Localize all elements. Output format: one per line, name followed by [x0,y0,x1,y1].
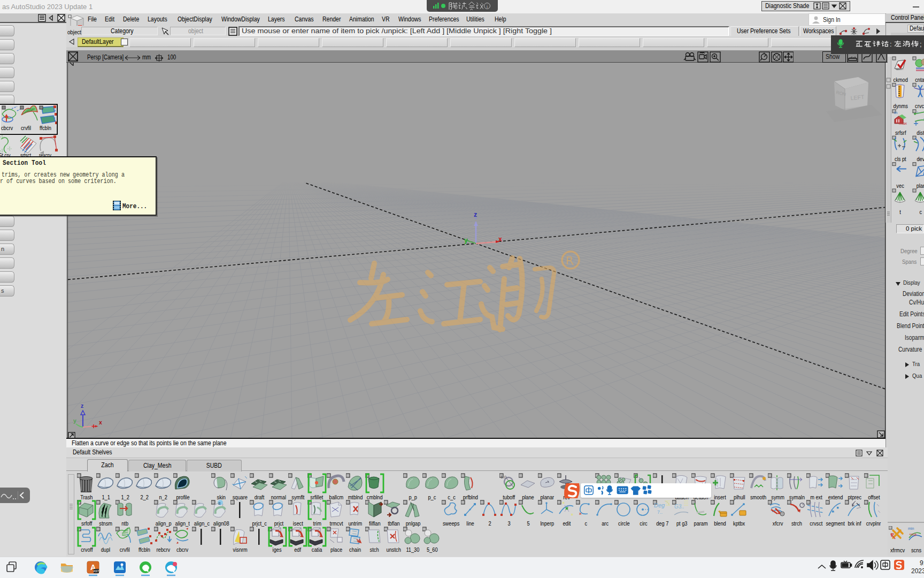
svg-text:in: in [894,110,897,115]
svg-text::: : [890,40,892,48]
svg-text:;: ; [920,40,922,48]
svg-text:+ma: +ma [909,533,917,536]
svg-text:x: x [498,235,502,243]
svg-text:max: max [899,121,907,126]
svg-text:z: z [474,211,477,218]
svg-text:9:2023: 9:2023 [911,559,924,575]
svg-text:Deg: Deg [654,502,665,508]
svg-text:x: x [99,419,102,425]
svg-text:G3..: G3.. [674,504,684,509]
svg-text:8: 8 [218,501,221,506]
svg-text:i: i [487,4,488,9]
svg-text:7..: 7.. [657,509,663,515]
svg-text:AST: AST [94,569,99,573]
svg-text:z: z [81,402,83,409]
svg-text:min: min [908,527,914,530]
svg-text:y: y [464,237,468,244]
svg-text:y: y [73,417,76,424]
